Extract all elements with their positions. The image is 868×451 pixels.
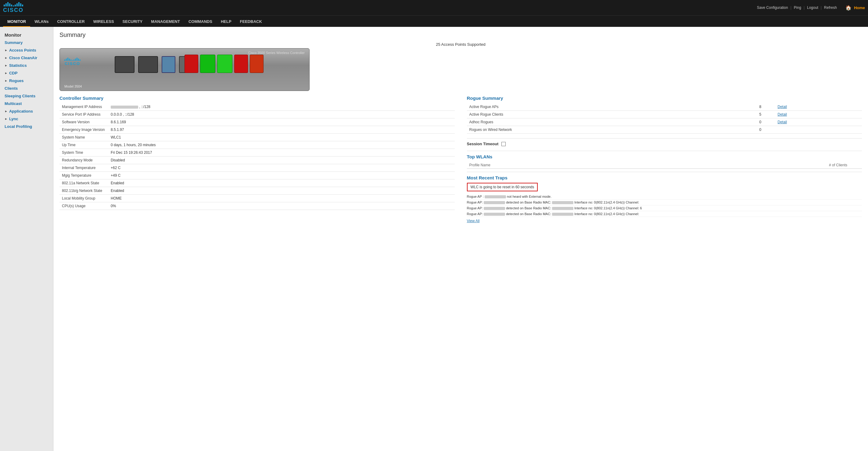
nav-security[interactable]: SECURITY (118, 16, 147, 27)
nav-monitor[interactable]: MONITOR (3, 16, 30, 27)
nav-feedback[interactable]: FEEDBACK (236, 16, 266, 27)
ping-link[interactable]: Ping (794, 5, 801, 10)
sidebar-item-label: Rogues (9, 79, 24, 83)
sidebar-item-multicast[interactable]: Multicast (0, 100, 53, 108)
table-row: System Name WLC1 (60, 134, 455, 141)
sidebar-item-applications[interactable]: ► Applications (0, 108, 53, 115)
field-label: 802.11a Network State (60, 179, 108, 187)
sidebar-item-access-points[interactable]: ► Access Points (0, 47, 53, 54)
session-timeout-label: Session Timeout (467, 142, 499, 146)
router-ports (115, 56, 196, 73)
sidebar-item-lync[interactable]: ► Lync (0, 115, 53, 123)
field-label: Emergency Image Version (60, 126, 108, 134)
bar6 (13, 5, 14, 6)
port-2 (138, 56, 158, 73)
save-configuration-link[interactable]: Save Configuration (757, 5, 788, 10)
main-content: Summary 25 Access Points Supported (53, 27, 868, 451)
cisco-text: CISCO (3, 7, 24, 13)
sidebar-item-summary[interactable]: Summary (0, 39, 53, 47)
session-timeout-row: Session Timeout (467, 142, 862, 146)
field-label: System Time (60, 149, 108, 156)
arrow-icon: ► (5, 110, 8, 113)
rogue-detail (775, 126, 862, 134)
nav-controller[interactable]: CONTROLLER (53, 16, 89, 27)
table-row: Internal Temperature +62 C (60, 164, 455, 172)
router-leds (185, 55, 264, 73)
led-red-2 (234, 55, 248, 73)
trap-row-0: Rogue AP : not heard with External mode. (467, 194, 862, 200)
field-value: 0.0.0.0 , ::/128 (108, 111, 455, 118)
divider-1 (467, 138, 862, 139)
bar4 (9, 3, 10, 6)
nav-management[interactable]: MANAGEMENT (147, 16, 184, 27)
field-value: +49 C (108, 172, 455, 179)
field-value: , ::/128 (108, 103, 455, 111)
nav-wlans[interactable]: WLANs (30, 16, 53, 27)
cisco-logo: CISCO (3, 2, 24, 13)
arrow-icon: ► (5, 49, 8, 52)
field-value: Disabled (108, 156, 455, 164)
rb1 (64, 60, 65, 61)
bar2 (5, 3, 7, 6)
arrow-icon: ► (5, 117, 8, 121)
bar10 (20, 3, 21, 6)
router-cisco-text: CISCO (65, 61, 80, 66)
refresh-link[interactable]: Refresh (824, 5, 837, 10)
trap-row-3: Rogue AP: detected on Base Radio MAC: In… (467, 211, 862, 217)
view-all-link[interactable]: View All (467, 219, 480, 223)
rogue-value: 0 (757, 118, 775, 126)
cisco-bars-icon (4, 2, 23, 6)
trap-row-2: Rogue AP: detected on Base Radio MAC: In… (467, 205, 862, 211)
router-model-label: Model 3504 (64, 85, 82, 88)
sidebar-item-rogues[interactable]: ► Rogues (0, 77, 53, 85)
content-columns: Controller Summary Management IP Address… (60, 95, 862, 223)
field-label: System Name (60, 134, 108, 141)
trap-blurred-2b (552, 207, 574, 210)
sidebar-item-label: Lync (9, 117, 18, 121)
table-row: Rogues on Wired Network 0 (467, 126, 862, 134)
bar7 (14, 5, 16, 6)
home-link[interactable]: Home (854, 5, 865, 10)
sidebar-item-sleeping-clients[interactable]: Sleeping Clients (0, 92, 53, 100)
field-value: Enabled (108, 179, 455, 187)
sidebar-item-clients[interactable]: Clients (0, 85, 53, 92)
router-image: CISCO Cisco 3500 Series Wireless Control… (60, 48, 310, 91)
nav-help[interactable]: HELP (217, 16, 236, 27)
trap-blurred-3b (552, 213, 574, 216)
nav-wireless[interactable]: WIRELESS (89, 16, 118, 27)
page-title: Summary (60, 31, 862, 38)
detail-link-2[interactable]: Detail (777, 120, 787, 124)
bar9 (18, 2, 20, 6)
rb11 (80, 60, 81, 61)
nav-commands[interactable]: COMMANDS (184, 16, 217, 27)
right-column: Rogue Summary Active Rogue APs 8 Detail … (467, 95, 862, 223)
table-row: Redundancy Mode Disabled (60, 156, 455, 164)
rogue-detail: Detail (775, 118, 862, 126)
sidebar-item-cdp[interactable]: ► CDP (0, 69, 53, 77)
led-green-1 (200, 55, 215, 73)
field-label: Local Mobility Group (60, 195, 108, 202)
bar1 (4, 5, 5, 6)
divider-3 (467, 172, 862, 172)
field-value: HOME (108, 195, 455, 202)
arrow-icon: ► (5, 71, 8, 75)
rogue-label: Adhoc Rogues (467, 118, 757, 126)
field-label: Software Version (60, 118, 108, 126)
rb7 (73, 60, 74, 61)
table-row: Up Time 0 days, 1 hours, 20 minutes (60, 141, 455, 149)
sidebar-item-statistics[interactable]: ► Statistics (0, 62, 53, 69)
sidebar-item-cisco-cleanair[interactable]: ► Cisco CleanAir (0, 54, 53, 62)
field-value: 0% (108, 202, 455, 210)
rogue-summary-table: Active Rogue APs 8 Detail Active Rogue C… (467, 103, 862, 134)
detail-link-1[interactable]: Detail (777, 112, 787, 117)
detail-link-0[interactable]: Detail (777, 105, 787, 109)
controller-summary-title: Controller Summary (60, 95, 455, 101)
field-value: WLC1 (108, 134, 455, 141)
table-row: Mgig Temperature +49 C (60, 172, 455, 179)
sidebar-item-label: Sleeping Clients (5, 94, 35, 98)
field-label: CPU(s) Usage (60, 202, 108, 210)
session-timeout-checkbox[interactable] (501, 142, 506, 146)
sidebar-item-label: Clients (5, 86, 18, 91)
logout-link[interactable]: Logout (807, 5, 818, 10)
sidebar-item-local-profiling[interactable]: Local Profiling (0, 123, 53, 130)
